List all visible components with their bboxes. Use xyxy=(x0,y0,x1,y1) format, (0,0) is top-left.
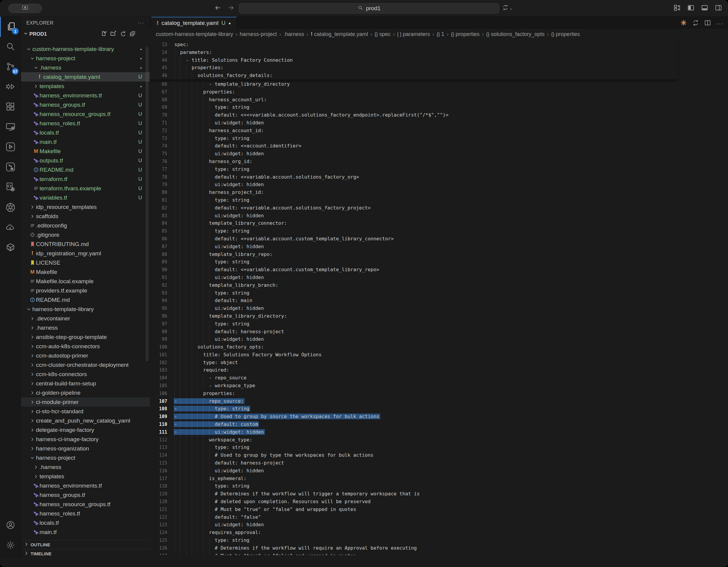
sidebar-scrollbar[interactable] xyxy=(146,47,149,362)
file-item-harness-resource-groups-tf[interactable]: harness_resource_groups.tf xyxy=(21,500,150,509)
folder-item-harness-organization[interactable]: harness-organization xyxy=(21,444,150,453)
breadcrumb-item-spec[interactable]: {}spec xyxy=(374,31,391,37)
code-line-92[interactable]: 92template_library_branch: xyxy=(150,281,678,289)
breadcrumb-item-properties[interactable]: {}properties xyxy=(551,31,580,37)
file-item-main-tf[interactable]: main.tfU xyxy=(21,137,150,146)
customize-layout-button[interactable] xyxy=(672,4,682,13)
code-line-96[interactable]: 96template_library_directory: xyxy=(150,312,678,320)
code-line-110[interactable]: 110default: custom xyxy=(150,421,678,428)
breadcrumb-item-1[interactable]: {}1 xyxy=(437,31,444,37)
folder-item-ccm-cluster-orchestrator-deployment[interactable]: ccm-cluster-orchestrator-deployment xyxy=(21,360,150,370)
file-item-locals-tf[interactable]: locals.tf xyxy=(21,518,150,527)
folder-item-ci-module-primer[interactable]: ci-module-primer xyxy=(21,397,150,407)
code-line-117[interactable]: 117is_ephemeral: xyxy=(150,475,678,483)
breadcrumb-item-properties[interactable]: {}properties xyxy=(451,31,480,37)
toggle-panel-button[interactable] xyxy=(700,4,709,13)
folder-item-harness-project[interactable]: harness-project● xyxy=(21,54,150,63)
code-line-114[interactable]: 114# Used to group by type the workspace… xyxy=(150,451,678,459)
folder-item-harness-template-library[interactable]: harness-template-library xyxy=(21,305,150,314)
code-line-87[interactable]: 87ui:widget: hidden xyxy=(150,243,678,250)
toggle-sidebar-button[interactable] xyxy=(686,4,696,13)
file-item-terraform-tf[interactable]: terraform.tfU xyxy=(21,174,150,184)
workspace-section-header[interactable]: PROD1 xyxy=(21,29,150,39)
breadcrumb-item-parameters[interactable]: [ ]parameters xyxy=(397,31,430,37)
folder-item-create-and-push-new-catalog-yaml[interactable]: create_and_push_new_catalog_yaml xyxy=(21,416,150,425)
code-line-88[interactable]: 88template_library_repo: xyxy=(150,250,678,258)
folder-item--devcontainer[interactable]: .devcontainer xyxy=(21,314,150,323)
code-line-74[interactable]: 74default: <+account.identifier> xyxy=(150,142,678,150)
code-line-97[interactable]: 97type: string xyxy=(150,320,678,328)
command-center-search[interactable]: prod1 xyxy=(239,3,499,13)
breadcrumb-item--harness[interactable]: .harness xyxy=(283,31,304,37)
folder-item-delegate-image-factory[interactable]: delegate-image-factory xyxy=(21,425,150,435)
file-item-makefile[interactable]: MMakefile xyxy=(21,267,150,276)
breadcrumb-item-custom-harness-template-library[interactable]: custom-harness-template-library xyxy=(156,31,233,37)
activity-item-explorer[interactable]: 1 xyxy=(0,17,21,37)
folder-item-harness-project[interactable]: harness-project xyxy=(21,453,150,462)
file-item-harness-roles-tf[interactable]: harness_roles.tfU xyxy=(21,119,150,128)
activity-item-source-control[interactable]: 57 xyxy=(0,57,21,77)
folder-item-custom-harness-template-library[interactable]: custom-harness-template-library● xyxy=(21,44,150,54)
file-item-variables-tf[interactable]: variables.tfU xyxy=(21,193,150,202)
code-line-68[interactable]: 68harness_account_url: xyxy=(150,96,678,104)
code-line-79[interactable]: 79ui:widget: hidden xyxy=(150,181,678,188)
file-item-harness-resource-groups-tf[interactable]: harness_resource_groups.tfU xyxy=(21,109,150,119)
code-line-100[interactable]: 100solutions_factory_opts: xyxy=(150,343,678,351)
refresh-explorer-button[interactable] xyxy=(120,31,126,38)
code-line-71[interactable]: 71ui:widget: hidden xyxy=(150,119,678,127)
code-line-81[interactable]: 81type: string xyxy=(150,196,678,204)
file-item-license[interactable]: LICENSE xyxy=(21,258,150,267)
code-line-113[interactable]: 113type: string xyxy=(150,444,678,451)
code-line-112[interactable]: 112workspace_type: xyxy=(150,436,678,444)
file-item-makefile[interactable]: MMakefileU xyxy=(21,146,150,156)
file-item-catalog-template-yaml[interactable]: !catalog_template.yamlU xyxy=(21,72,150,81)
activity-item-manage[interactable] xyxy=(0,536,21,556)
code-line-118[interactable]: 118type: string xyxy=(150,482,678,490)
collapse-folders-button[interactable] xyxy=(129,31,135,38)
code-line-80[interactable]: 80harness_project_id: xyxy=(150,188,678,196)
code-line-126[interactable]: 126# Determines if the workflow will req… xyxy=(150,544,678,552)
new-folder-button[interactable] xyxy=(110,31,116,38)
code-line-98[interactable]: 98default: harness-project xyxy=(150,328,678,336)
new-file-button[interactable] xyxy=(101,31,107,38)
code-line-115[interactable]: 115default: harness-project xyxy=(150,459,678,467)
timeline-section[interactable]: TIMELINE xyxy=(21,549,150,558)
code-line-106[interactable]: 106properties: xyxy=(150,390,678,397)
folder-item-central-build-farm-setup[interactable]: central-build-farm-setup xyxy=(21,379,150,388)
code-line-82[interactable]: 82default: <+variable.account.solutions_… xyxy=(150,204,678,212)
code-line-77[interactable]: 77type: string xyxy=(150,165,678,173)
folder-item--harness[interactable]: .harness xyxy=(21,462,150,472)
folder-item-ccm-auto-k8s-connectors[interactable]: ccm-auto-k8s-connectors xyxy=(21,342,150,351)
screen-indicator-pill[interactable] xyxy=(8,4,42,13)
folder-item-scaffolds[interactable]: scaffolds xyxy=(21,211,150,221)
tab-catalog-template-yaml[interactable]: ! catalog_template.yaml U ● xyxy=(151,17,237,29)
code-line-70[interactable]: 70default: <+<+variable.account.solution… xyxy=(150,111,678,119)
code-line-78[interactable]: 78default: <+variable.account.solutions_… xyxy=(150,173,678,181)
file-item-terraform-tfvars-example[interactable]: terraform.tfvars.exampleU xyxy=(21,184,150,193)
code-line-76[interactable]: 76harness_org_id: xyxy=(150,158,678,165)
code-line-122[interactable]: 122default: "false" xyxy=(150,513,678,521)
sync-dropdown-button[interactable]: ⌄ xyxy=(502,4,513,12)
breadcrumb-item-harness-project[interactable]: harness-project xyxy=(240,31,277,37)
folder-item-idp-resource-templates[interactable]: idp_resource_templates xyxy=(21,202,150,211)
forward-button[interactable] xyxy=(226,4,235,13)
code-line-84[interactable]: 84template_library_connector: xyxy=(150,219,678,227)
compare-changes-button[interactable] xyxy=(692,19,699,28)
activity-item-search[interactable] xyxy=(0,37,21,57)
code-line-125[interactable]: 125type: string xyxy=(150,536,678,544)
activity-item-extensions[interactable] xyxy=(0,97,21,117)
file-item-outputs-tf[interactable]: outputs.tfU xyxy=(21,156,150,165)
activity-item-accounts[interactable] xyxy=(0,515,21,536)
file-item-harness-roles-tf[interactable]: harness_roles.tf xyxy=(21,509,150,518)
code-line-124[interactable]: 124requires_approval: xyxy=(150,529,678,536)
file-item-contributing-md[interactable]: CONTRIBUTING.md xyxy=(21,239,150,249)
toggle-secondary-sidebar-button[interactable] xyxy=(714,4,723,13)
code-line-108[interactable]: 108type: string xyxy=(150,405,678,413)
code-line-83[interactable]: 83ui:widget: hidden xyxy=(150,212,678,220)
code-line-104[interactable]: 104- repo_source xyxy=(150,374,678,382)
file-item-harness-environments-tf[interactable]: harness_environments.tfU xyxy=(21,91,150,100)
code-line-120[interactable]: 120# deleted upon completion. Resources … xyxy=(150,498,678,506)
breadcrumb-item-catalog-template-yaml[interactable]: !catalog_template.yaml xyxy=(311,31,368,37)
activity-item-terraform-cloud[interactable] xyxy=(0,157,21,177)
file-item-main-tf[interactable]: main.tf xyxy=(21,527,150,537)
